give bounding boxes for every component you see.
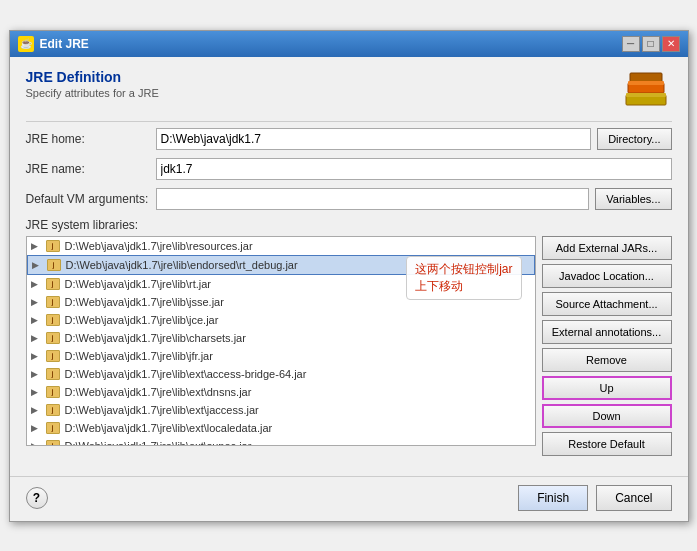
lib-path: D:\Web\java\jdk1.7\jre\lib\ext\access-br… [65,368,307,380]
jar-icon: j [45,313,61,327]
list-item[interactable]: ▶ j D:\Web\java\jdk1.7\jre\lib\ext\sunec… [27,437,535,446]
list-item[interactable]: ▶ j D:\Web\java\jdk1.7\jre\lib\resources… [27,237,535,255]
list-item[interactable]: ▶ j D:\Web\java\jdk1.7\jre\lib\rt.jar [27,275,535,293]
vm-args-input[interactable] [156,188,590,210]
jar-icon: j [45,421,61,435]
lib-path: D:\Web\java\jdk1.7\jre\lib\jsse.jar [65,296,224,308]
list-item[interactable]: ▶ j D:\Web\java\jdk1.7\jre\lib\jsse.jar [27,293,535,311]
expand-icon: ▶ [32,260,42,270]
finish-button[interactable]: Finish [518,485,588,511]
expand-icon: ▶ [31,241,41,251]
expand-icon: ▶ [31,333,41,343]
close-button[interactable]: ✕ [662,36,680,52]
jre-name-row: JRE name: [26,158,672,180]
libraries-wrapper: 这两个按钮控制jar 上下移动 ▶ j D:\Web\java\jdk1.7\j… [26,236,672,456]
expand-icon: ▶ [31,279,41,289]
libraries-label: JRE system libraries: [26,218,672,232]
jar-icon: j [45,403,61,417]
vm-args-label: Default VM arguments: [26,192,156,206]
expand-icon: ▶ [31,315,41,325]
lib-path: D:\Web\java\jdk1.7\jre\lib\rt.jar [65,278,212,290]
list-item[interactable]: ▶ j D:\Web\java\jdk1.7\jre\lib\ext\dnsns… [27,383,535,401]
add-external-jars-button[interactable]: Add External JARs... [542,236,672,260]
svg-rect-3 [626,93,666,97]
lib-path: D:\Web\java\jdk1.7\jre\lib\charsets.jar [65,332,246,344]
minimize-button[interactable]: ─ [622,36,640,52]
external-annotations-button[interactable]: External annotations... [542,320,672,344]
jar-icon: j [45,349,61,363]
cancel-button[interactable]: Cancel [596,485,671,511]
jre-home-label: JRE home: [26,132,156,146]
help-button[interactable]: ? [26,487,48,509]
jar-icon: j [45,239,61,253]
maximize-button[interactable]: □ [642,36,660,52]
svg-rect-2 [630,73,662,82]
directory-button[interactable]: Directory... [597,128,671,150]
window-icon: ☕ [18,36,34,52]
header-icon [624,69,672,109]
list-item[interactable]: ▶ j D:\Web\java\jdk1.7\jre\lib\charsets.… [27,329,535,347]
expand-icon: ▶ [31,387,41,397]
divider-1 [26,121,672,122]
jar-icon: j [46,258,62,272]
jar-icon: j [45,331,61,345]
variables-button[interactable]: Variables... [595,188,671,210]
header-section: JRE Definition Specify attributes for a … [26,69,672,109]
jar-icon: j [45,439,61,446]
edit-jre-window: ☕ Edit JRE ─ □ ✕ JRE Definition Specify … [9,30,689,522]
libraries-buttons: Add External JARs... Javadoc Location...… [542,236,672,456]
jre-name-input[interactable] [156,158,672,180]
remove-button[interactable]: Remove [542,348,672,372]
source-attachment-button[interactable]: Source Attachment... [542,292,672,316]
expand-icon: ▶ [31,297,41,307]
list-item[interactable]: ▶ j D:\Web\java\jdk1.7\jre\lib\endorsed\… [27,255,535,275]
expand-icon: ▶ [31,405,41,415]
up-button[interactable]: Up [542,376,672,400]
window-title: Edit JRE [40,37,89,51]
jre-home-row: JRE home: Directory... [26,128,672,150]
jar-icon: j [45,367,61,381]
expand-icon: ▶ [31,441,41,446]
lib-path: D:\Web\java\jdk1.7\jre\lib\ext\dnsns.jar [65,386,252,398]
restore-default-button[interactable]: Restore Default [542,432,672,456]
lib-path: D:\Web\java\jdk1.7\jre\lib\ext\sunec.jar [65,440,252,446]
jre-name-label: JRE name: [26,162,156,176]
jar-icon: j [45,295,61,309]
dialog-subtitle: Specify attributes for a JRE [26,87,159,99]
books-icon [624,69,672,109]
down-button[interactable]: Down [542,404,672,428]
javadoc-location-button[interactable]: Javadoc Location... [542,264,672,288]
lib-path: D:\Web\java\jdk1.7\jre\lib\endorsed\rt_d… [66,259,298,271]
lib-path: D:\Web\java\jdk1.7\jre\lib\ext\localedat… [65,422,273,434]
lib-path: D:\Web\java\jdk1.7\jre\lib\jfr.jar [65,350,213,362]
title-bar: ☕ Edit JRE ─ □ ✕ [10,31,688,57]
bottom-buttons: Finish Cancel [518,485,671,511]
jre-home-input[interactable] [156,128,592,150]
bottom-bar: ? Finish Cancel [10,476,688,521]
list-item[interactable]: ▶ j D:\Web\java\jdk1.7\jre\lib\ext\acces… [27,365,535,383]
jar-icon: j [45,277,61,291]
lib-path: D:\Web\java\jdk1.7\jre\lib\resources.jar [65,240,253,252]
vm-args-row: Default VM arguments: Variables... [26,188,672,210]
libraries-container: ▶ j D:\Web\java\jdk1.7\jre\lib\resources… [26,236,672,456]
expand-icon: ▶ [31,351,41,361]
list-item[interactable]: ▶ j D:\Web\java\jdk1.7\jre\lib\ext\jacce… [27,401,535,419]
libraries-section: JRE system libraries: 这两个按钮控制jar 上下移动 ▶ … [26,218,672,456]
list-item[interactable]: ▶ j D:\Web\java\jdk1.7\jre\lib\ext\local… [27,419,535,437]
libraries-list[interactable]: ▶ j D:\Web\java\jdk1.7\jre\lib\resources… [26,236,536,446]
dialog-content: JRE Definition Specify attributes for a … [10,57,688,468]
svg-rect-4 [628,81,664,85]
window-controls: ─ □ ✕ [622,36,680,52]
lib-path: D:\Web\java\jdk1.7\jre\lib\ext\jaccess.j… [65,404,259,416]
jar-icon: j [45,385,61,399]
header-text: JRE Definition Specify attributes for a … [26,69,159,99]
list-item[interactable]: ▶ j D:\Web\java\jdk1.7\jre\lib\jce.jar [27,311,535,329]
expand-icon: ▶ [31,423,41,433]
dialog-title: JRE Definition [26,69,159,85]
list-item[interactable]: ▶ j D:\Web\java\jdk1.7\jre\lib\jfr.jar [27,347,535,365]
lib-path: D:\Web\java\jdk1.7\jre\lib\jce.jar [65,314,219,326]
expand-icon: ▶ [31,369,41,379]
